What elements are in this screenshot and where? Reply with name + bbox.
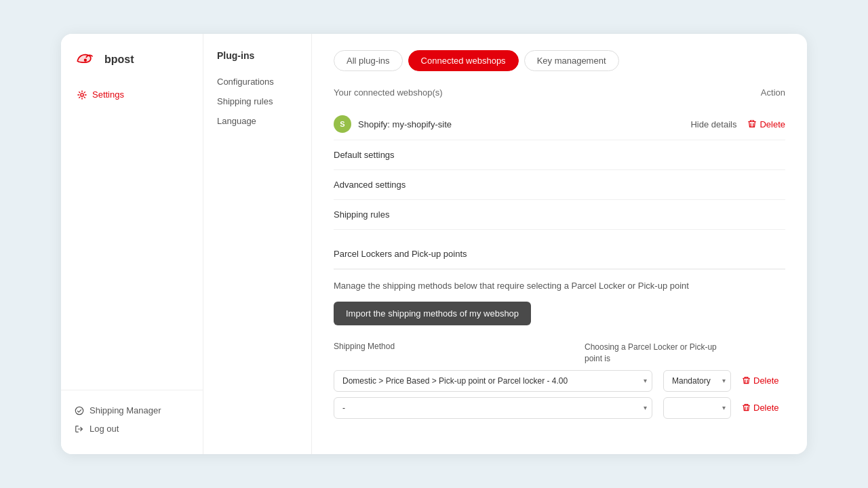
connected-webshops-label: Your connected webshop(s)	[334, 87, 443, 98]
shipping-method-select-wrap-1: Domestic > Price Based > Pick-up point o…	[334, 370, 652, 392]
tabs: All plug-ins Connected webshops Key mana…	[334, 50, 785, 71]
svg-point-0	[84, 59, 87, 62]
choosing-col-header: Choosing a Parcel Locker or Pick-up poin…	[585, 342, 720, 365]
delete-row2-label: Delete	[753, 403, 779, 413]
tab-connected-webshops[interactable]: Connected webshops	[408, 50, 519, 71]
sidebar-bottom: Shipping Manager Log out	[61, 390, 203, 438]
webshops-table-header: Your connected webshop(s) Action	[334, 87, 785, 98]
logo-text: bpost	[104, 54, 134, 66]
action-column-label: Action	[761, 87, 785, 98]
parcel-lockers-description: Manage the shipping methods below that r…	[334, 281, 785, 291]
delete-webshop-button[interactable]: Delete	[747, 119, 785, 129]
delete-row-2-button[interactable]: Delete	[742, 403, 779, 413]
mandatory-select-1[interactable]: Mandatory Optional	[663, 370, 731, 392]
svg-point-2	[75, 407, 83, 414]
shipping-method-select-2[interactable]: - Domestic > Price Based > Pick-up point…	[334, 397, 652, 419]
shipping-rules-row[interactable]: Shipping rules	[334, 200, 785, 230]
webshop-actions: Hide details Delete	[690, 119, 785, 129]
shipping-table: Shipping Method Choosing a Parcel Locker…	[334, 342, 785, 419]
trash-icon-row1	[742, 376, 751, 385]
check-circle-icon	[75, 406, 84, 415]
webshop-info: S Shopify: my-shopify-site	[334, 115, 452, 133]
delete-col-2: Delete	[742, 403, 785, 413]
shipping-manager-label: Shipping Manager	[90, 405, 161, 415]
mandatory-select-wrap-1: Mandatory Optional ▾	[663, 370, 731, 392]
sidebar-item-language[interactable]: Language	[203, 111, 311, 131]
parcel-lockers-section: Parcel Lockers and Pick-up points Manage…	[334, 230, 785, 419]
bpost-logo-icon	[75, 50, 99, 69]
logout-label: Log out	[90, 424, 119, 434]
tab-key-management[interactable]: Key management	[524, 50, 619, 71]
svg-point-1	[81, 93, 83, 96]
delete-col-1: Delete	[742, 375, 785, 386]
sidebar-nav: Settings	[61, 85, 203, 390]
parcel-lockers-title[interactable]: Parcel Lockers and Pick-up points	[334, 239, 785, 269]
mandatory-select-2[interactable]: Mandatory Optional	[663, 397, 731, 419]
gear-icon	[77, 90, 87, 100]
delete-row-1-button[interactable]: Delete	[742, 375, 779, 386]
tab-all-plugins[interactable]: All plug-ins	[334, 50, 403, 71]
logo-area: bpost	[61, 50, 203, 85]
sidebar-item-configurations[interactable]: Configurations	[203, 72, 311, 92]
trash-icon-row2	[742, 403, 751, 412]
mandatory-select-wrap-2: Mandatory Optional ▾	[663, 397, 731, 419]
logout-item[interactable]: Log out	[75, 420, 189, 438]
shipping-method-select-1[interactable]: Domestic > Price Based > Pick-up point o…	[334, 370, 652, 392]
shipping-row-1: Domestic > Price Based > Pick-up point o…	[334, 370, 785, 392]
webshop-name: Shopify: my-shopify-site	[358, 119, 452, 129]
shopify-icon: S	[334, 115, 351, 133]
shipping-method-select-wrap-2: - Domestic > Price Based > Pick-up point…	[334, 397, 652, 419]
content-area: All plug-ins Connected webshops Key mana…	[312, 34, 807, 454]
hide-details-button[interactable]: Hide details	[690, 119, 736, 129]
advanced-settings-row[interactable]: Advanced settings	[334, 170, 785, 200]
webshop-row: S Shopify: my-shopify-site Hide details …	[334, 108, 785, 140]
shipping-table-header: Shipping Method Choosing a Parcel Locker…	[334, 342, 785, 365]
shipping-row-2: - Domestic > Price Based > Pick-up point…	[334, 397, 785, 419]
sidebar-settings-item[interactable]: Settings	[72, 85, 192, 104]
sub-sidebar: Plug-ins Configurations Shipping rules L…	[203, 34, 312, 454]
settings-label: Settings	[92, 89, 124, 100]
sidebar-item-shipping-rules[interactable]: Shipping rules	[203, 92, 311, 111]
shipping-manager-item[interactable]: Shipping Manager	[75, 401, 189, 420]
sub-sidebar-title: Plug-ins	[203, 50, 311, 72]
logout-icon	[75, 424, 84, 434]
section-divider	[334, 269, 785, 270]
import-shipping-methods-button[interactable]: Import the shipping methods of my websho…	[334, 302, 531, 325]
trash-icon	[747, 119, 757, 129]
default-settings-row[interactable]: Default settings	[334, 140, 785, 170]
delete-webshop-label: Delete	[760, 119, 785, 129]
shipping-method-col-header: Shipping Method	[334, 342, 574, 351]
sidebar: bpost Settings Shipping Manager	[61, 34, 203, 454]
delete-row1-label: Delete	[753, 375, 779, 386]
